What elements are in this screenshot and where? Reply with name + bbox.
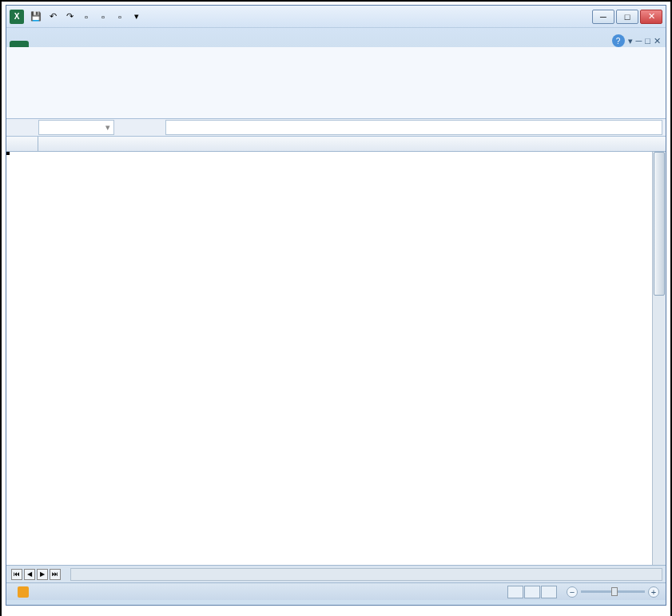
help-icon[interactable]: ? <box>612 34 625 47</box>
qat-btn[interactable]: ▫ <box>113 10 127 24</box>
qat-btn[interactable]: ▫ <box>79 10 93 24</box>
sheet-nav-next-icon[interactable]: ▶ <box>37 569 48 580</box>
spreadsheet-grid[interactable] <box>6 137 666 565</box>
formula-bar[interactable] <box>165 120 662 135</box>
zoom-slider[interactable] <box>581 590 645 593</box>
formula-bar-row: ▾ <box>6 119 666 137</box>
page-layout-view-button[interactable] <box>524 586 540 598</box>
zoom-out-button[interactable]: − <box>567 586 578 598</box>
horizontal-scrollbar[interactable] <box>70 568 662 581</box>
doc-minimize-icon[interactable]: ─ <box>636 36 642 46</box>
titlebar: X 💾 ↶ ↷ ▫ ▫ ▫ ▾ ─ □ ✕ <box>6 6 666 28</box>
sheet-nav-prev-icon[interactable]: ◀ <box>24 569 35 580</box>
status-bar: − + <box>6 582 666 600</box>
scrollbar-thumb[interactable] <box>654 152 665 296</box>
maximize-button[interactable]: □ <box>616 10 638 24</box>
app-window: X 💾 ↶ ↷ ▫ ▫ ▫ ▾ ─ □ ✕ ? ▾ ─ □ ✕ ▾ <box>6 5 666 606</box>
undo-icon[interactable]: ↶ <box>46 10 60 24</box>
vertical-scrollbar[interactable] <box>652 152 666 565</box>
active-cell-cursor <box>6 152 10 155</box>
close-button[interactable]: ✕ <box>640 10 662 24</box>
sheet-nav-first-icon[interactable]: ⏮ <box>11 569 22 580</box>
qat-dropdown-icon[interactable]: ▾ <box>129 10 144 24</box>
ribbon-tabs: ? ▾ ─ □ ✕ <box>6 28 666 47</box>
sheet-nav-last-icon[interactable]: ⏭ <box>50 569 61 580</box>
macro-icon[interactable] <box>18 586 29 598</box>
doc-close-icon[interactable]: ✕ <box>654 36 661 46</box>
page-break-view-button[interactable] <box>541 586 557 598</box>
ribbon-minimize-icon[interactable]: ▾ <box>628 36 633 46</box>
select-all-corner[interactable] <box>6 137 38 151</box>
normal-view-button[interactable] <box>507 586 523 598</box>
qat-btn[interactable]: ▫ <box>96 10 110 24</box>
name-box[interactable]: ▾ <box>38 120 114 135</box>
ribbon <box>6 47 666 119</box>
quick-access-toolbar: 💾 ↶ ↷ ▫ ▫ ▫ ▾ <box>29 10 144 24</box>
sheet-tabs-bar: ⏮ ◀ ▶ ⏭ <box>6 565 666 582</box>
excel-icon: X <box>10 10 24 24</box>
redo-icon[interactable]: ↷ <box>62 10 77 24</box>
file-tab[interactable] <box>10 41 29 47</box>
doc-restore-icon[interactable]: □ <box>645 36 650 46</box>
zoom-in-button[interactable]: + <box>648 586 659 598</box>
save-icon[interactable]: 💾 <box>29 10 43 24</box>
minimize-button[interactable]: ─ <box>592 10 614 24</box>
